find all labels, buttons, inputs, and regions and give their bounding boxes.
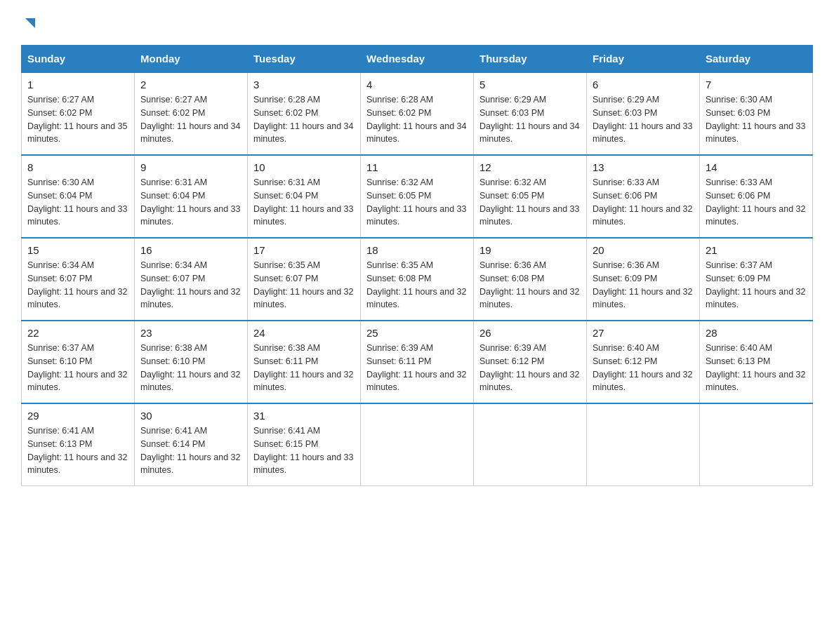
day-info: Sunrise: 6:28 AMSunset: 6:02 PMDaylight:… [253,95,353,144]
calendar-header-monday: Monday [135,46,248,73]
day-number: 2 [140,79,241,90]
calendar-cell: 14Sunrise: 6:33 AMSunset: 6:06 PMDayligh… [700,155,813,238]
calendar-week-row: 15Sunrise: 6:34 AMSunset: 6:07 PMDayligh… [22,238,813,321]
calendar-week-row: 22Sunrise: 6:37 AMSunset: 6:10 PMDayligh… [22,321,813,403]
calendar-cell: 10Sunrise: 6:31 AMSunset: 6:04 PMDayligh… [248,155,361,238]
day-info: Sunrise: 6:40 AMSunset: 6:12 PMDaylight:… [593,343,692,392]
day-number: 20 [593,244,694,256]
day-number: 9 [140,161,241,173]
day-number: 12 [479,161,581,173]
calendar-cell [587,403,700,486]
day-info: Sunrise: 6:39 AMSunset: 6:12 PMDaylight:… [479,343,579,392]
calendar-header-friday: Friday [587,46,700,73]
day-info: Sunrise: 6:28 AMSunset: 6:02 PMDaylight:… [366,95,466,144]
day-number: 15 [27,244,128,256]
calendar-cell: 20Sunrise: 6:36 AMSunset: 6:09 PMDayligh… [587,238,700,321]
day-number: 4 [366,79,468,90]
day-number: 8 [27,161,128,173]
day-info: Sunrise: 6:41 AMSunset: 6:14 PMDaylight:… [140,426,240,475]
day-info: Sunrise: 6:33 AMSunset: 6:06 PMDaylight:… [706,177,805,227]
day-info: Sunrise: 6:38 AMSunset: 6:11 PMDaylight:… [253,343,353,392]
calendar-week-row: 1Sunrise: 6:27 AMSunset: 6:02 PMDaylight… [22,72,813,155]
day-number: 3 [253,79,355,90]
calendar-cell: 26Sunrise: 6:39 AMSunset: 6:12 PMDayligh… [474,321,587,403]
calendar-cell: 1Sunrise: 6:27 AMSunset: 6:02 PMDaylight… [22,72,135,155]
calendar-cell: 8Sunrise: 6:30 AMSunset: 6:04 PMDaylight… [22,155,135,238]
day-info: Sunrise: 6:29 AMSunset: 6:03 PMDaylight:… [479,95,579,144]
calendar-cell: 11Sunrise: 6:32 AMSunset: 6:05 PMDayligh… [361,155,474,238]
calendar-cell: 13Sunrise: 6:33 AMSunset: 6:06 PMDayligh… [587,155,700,238]
day-info: Sunrise: 6:41 AMSunset: 6:15 PMDaylight:… [253,426,353,475]
day-number: 22 [27,327,128,339]
calendar-cell: 22Sunrise: 6:37 AMSunset: 6:10 PMDayligh… [22,321,135,403]
calendar-cell: 18Sunrise: 6:35 AMSunset: 6:08 PMDayligh… [361,238,474,321]
day-number: 27 [593,327,694,339]
calendar-cell: 21Sunrise: 6:37 AMSunset: 6:09 PMDayligh… [700,238,813,321]
calendar-cell: 2Sunrise: 6:27 AMSunset: 6:02 PMDaylight… [135,72,248,155]
calendar-cell: 28Sunrise: 6:40 AMSunset: 6:13 PMDayligh… [700,321,813,403]
day-info: Sunrise: 6:37 AMSunset: 6:09 PMDaylight:… [706,260,805,309]
day-info: Sunrise: 6:30 AMSunset: 6:04 PMDaylight:… [27,177,127,227]
calendar-cell [361,403,474,486]
day-number: 10 [253,161,355,173]
calendar-cell: 24Sunrise: 6:38 AMSunset: 6:11 PMDayligh… [248,321,361,403]
calendar-cell: 5Sunrise: 6:29 AMSunset: 6:03 PMDaylight… [474,72,587,155]
calendar-cell: 31Sunrise: 6:41 AMSunset: 6:15 PMDayligh… [248,403,361,486]
day-number: 7 [706,79,807,90]
day-info: Sunrise: 6:41 AMSunset: 6:13 PMDaylight:… [27,426,127,475]
day-info: Sunrise: 6:27 AMSunset: 6:02 PMDaylight:… [140,95,240,144]
day-number: 28 [706,327,807,339]
calendar-cell: 29Sunrise: 6:41 AMSunset: 6:13 PMDayligh… [22,403,135,486]
day-info: Sunrise: 6:32 AMSunset: 6:05 PMDaylight:… [366,177,466,227]
day-number: 1 [27,79,128,90]
calendar-cell: 7Sunrise: 6:30 AMSunset: 6:03 PMDaylight… [700,72,813,155]
day-number: 14 [706,161,807,173]
calendar-header-sunday: Sunday [22,46,135,73]
calendar-cell: 4Sunrise: 6:28 AMSunset: 6:02 PMDaylight… [361,72,474,155]
day-number: 19 [479,244,581,256]
page-header [21,14,813,31]
day-number: 6 [593,79,694,90]
day-number: 31 [253,410,355,422]
day-info: Sunrise: 6:35 AMSunset: 6:08 PMDaylight:… [366,260,466,309]
calendar-cell: 16Sunrise: 6:34 AMSunset: 6:07 PMDayligh… [135,238,248,321]
calendar-cell: 17Sunrise: 6:35 AMSunset: 6:07 PMDayligh… [248,238,361,321]
day-info: Sunrise: 6:32 AMSunset: 6:05 PMDaylight:… [479,177,579,227]
day-info: Sunrise: 6:31 AMSunset: 6:04 PMDaylight:… [140,177,240,227]
calendar-week-row: 29Sunrise: 6:41 AMSunset: 6:13 PMDayligh… [22,403,813,486]
calendar-header-tuesday: Tuesday [248,46,361,73]
calendar-cell: 27Sunrise: 6:40 AMSunset: 6:12 PMDayligh… [587,321,700,403]
day-info: Sunrise: 6:38 AMSunset: 6:10 PMDaylight:… [140,343,240,392]
day-number: 21 [706,244,807,256]
day-info: Sunrise: 6:30 AMSunset: 6:03 PMDaylight:… [706,95,805,144]
day-number: 5 [479,79,581,90]
day-number: 23 [140,327,241,339]
calendar-cell: 9Sunrise: 6:31 AMSunset: 6:04 PMDaylight… [135,155,248,238]
day-info: Sunrise: 6:29 AMSunset: 6:03 PMDaylight:… [593,95,692,144]
calendar-cell: 25Sunrise: 6:39 AMSunset: 6:11 PMDayligh… [361,321,474,403]
svg-marker-0 [25,18,35,28]
calendar-cell: 19Sunrise: 6:36 AMSunset: 6:08 PMDayligh… [474,238,587,321]
calendar-cell: 3Sunrise: 6:28 AMSunset: 6:02 PMDaylight… [248,72,361,155]
day-info: Sunrise: 6:33 AMSunset: 6:06 PMDaylight:… [593,177,692,227]
day-number: 29 [27,410,128,422]
day-info: Sunrise: 6:36 AMSunset: 6:08 PMDaylight:… [479,260,579,309]
calendar-cell: 23Sunrise: 6:38 AMSunset: 6:10 PMDayligh… [135,321,248,403]
day-info: Sunrise: 6:31 AMSunset: 6:04 PMDaylight:… [253,177,353,227]
day-number: 30 [140,410,241,422]
day-number: 17 [253,244,355,256]
day-info: Sunrise: 6:34 AMSunset: 6:07 PMDaylight:… [140,260,240,309]
calendar-cell: 12Sunrise: 6:32 AMSunset: 6:05 PMDayligh… [474,155,587,238]
logo-triangle-icon [22,15,38,31]
calendar-header-thursday: Thursday [474,46,587,73]
day-info: Sunrise: 6:34 AMSunset: 6:07 PMDaylight:… [27,260,127,309]
day-info: Sunrise: 6:40 AMSunset: 6:13 PMDaylight:… [706,343,805,392]
calendar-header-wednesday: Wednesday [361,46,474,73]
calendar-header-row: SundayMondayTuesdayWednesdayThursdayFrid… [22,46,813,73]
calendar-cell: 30Sunrise: 6:41 AMSunset: 6:14 PMDayligh… [135,403,248,486]
day-info: Sunrise: 6:35 AMSunset: 6:07 PMDaylight:… [253,260,353,309]
calendar-cell [474,403,587,486]
day-info: Sunrise: 6:36 AMSunset: 6:09 PMDaylight:… [593,260,692,309]
day-number: 18 [366,244,468,256]
day-number: 24 [253,327,355,339]
